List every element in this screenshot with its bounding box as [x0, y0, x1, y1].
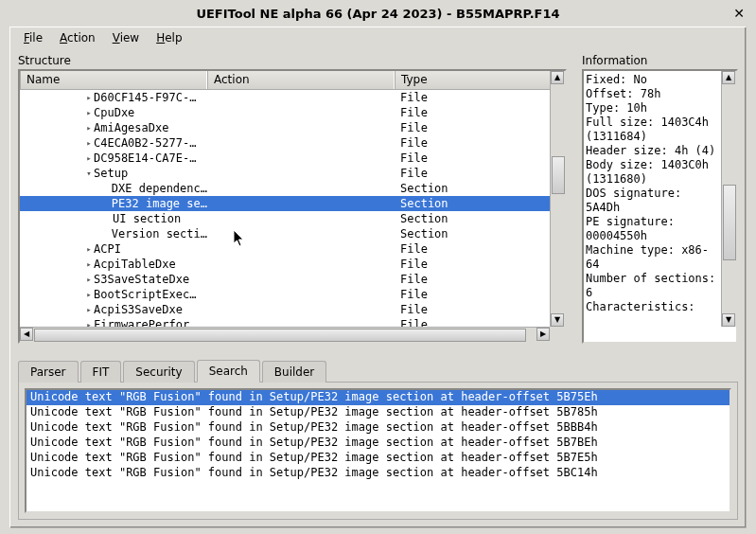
- structure-frame: Name Action Type ▸D60CF145-F97C-…File▸Cp…: [18, 69, 567, 344]
- tree-item-type: Section: [395, 197, 550, 210]
- tree-item-name: DXE dependenc…: [112, 182, 207, 195]
- tree-item-name: DC958E14-CA7E-…: [94, 151, 196, 165]
- tree-item-name: UI section: [113, 212, 181, 225]
- tree-item-type: Section: [395, 182, 550, 195]
- structure-hscroll[interactable]: ◀ ▶: [20, 327, 550, 342]
- tree-item-type: File: [395, 258, 550, 271]
- col-type[interactable]: Type: [395, 71, 565, 89]
- scroll-up-icon[interactable]: ▲: [722, 71, 735, 84]
- window-title: UEFITool NE alpha 66 (Apr 24 2023) - B55…: [196, 7, 559, 21]
- chevron-right-icon[interactable]: ▸: [84, 320, 94, 327]
- tree-row[interactable]: ▸DC958E14-CA7E-…File: [20, 151, 550, 166]
- chevron-right-icon[interactable]: ▸: [84, 123, 94, 133]
- chevron-right-icon[interactable]: ▸: [84, 290, 94, 299]
- menu-view[interactable]: View: [105, 29, 147, 46]
- menu-help[interactable]: Help: [149, 29, 189, 46]
- structure-label: Structure: [18, 54, 567, 69]
- result-row[interactable]: Unicode text "RGB Fusion" found in Setup…: [26, 405, 730, 420]
- tree-item-name: Version secti…: [112, 227, 207, 240]
- tree-item-name: Setup: [94, 167, 128, 180]
- close-button[interactable]: ✕: [730, 4, 748, 23]
- scroll-thumb[interactable]: [34, 329, 526, 342]
- tree-row[interactable]: ▸CpuDxeFile: [20, 105, 550, 120]
- tree-row[interactable]: ▸D60CF145-F97C-…File: [20, 90, 550, 105]
- tree-row[interactable]: ▸AmiAgesaDxeFile: [20, 120, 550, 135]
- tree-row[interactable]: Version secti…Section: [20, 226, 550, 241]
- tree-row[interactable]: ▸AcpiTableDxeFile: [20, 257, 550, 272]
- tab-fit[interactable]: FIT: [80, 361, 122, 383]
- info-label: Information: [582, 54, 738, 69]
- result-row[interactable]: Unicode text "RGB Fusion" found in Setup…: [26, 466, 730, 481]
- tab-search[interactable]: Search: [197, 360, 260, 383]
- tree-row[interactable]: ▾SetupFile: [20, 166, 550, 181]
- result-row[interactable]: Unicode text "RGB Fusion" found in Setup…: [26, 390, 730, 405]
- tree-item-name: AmiAgesaDxe: [94, 121, 168, 134]
- info-panel: Information Fixed: No Offset: 78h Type: …: [582, 54, 738, 347]
- tree-item-name: C4ECA0B2-5277-…: [94, 136, 196, 150]
- tree-row[interactable]: PE32 image se…Section: [20, 196, 550, 211]
- content-area: Structure Name Action Type ▸D60CF145-F97…: [18, 54, 738, 520]
- tree-item-type: File: [395, 303, 550, 316]
- result-row[interactable]: Unicode text "RGB Fusion" found in Setup…: [26, 451, 730, 466]
- chevron-right-icon[interactable]: ▸: [84, 305, 94, 314]
- scroll-thumb[interactable]: [552, 156, 565, 194]
- tree-item-type: Section: [395, 212, 550, 225]
- tree-item-name: PE32 image se…: [112, 197, 207, 210]
- col-action[interactable]: Action: [207, 71, 395, 89]
- scroll-down-icon[interactable]: ▼: [551, 313, 564, 327]
- chevron-right-icon[interactable]: ▸: [84, 108, 94, 117]
- tree-body[interactable]: ▸D60CF145-F97C-…File▸CpuDxeFile▸AmiAgesa…: [20, 90, 550, 327]
- tree-item-type: File: [395, 167, 550, 180]
- menubar: File Action View Help: [10, 27, 746, 48]
- chevron-right-icon[interactable]: ▸: [84, 275, 94, 284]
- tree-item-type: File: [395, 318, 550, 327]
- chevron-right-icon[interactable]: ▸: [84, 93, 94, 102]
- bottom-panel: ParserFITSecuritySearchBuilder Unicode t…: [18, 357, 738, 520]
- search-results[interactable]: Unicode text "RGB Fusion" found in Setup…: [25, 388, 731, 513]
- tree-row[interactable]: ▸ACPIFile: [20, 241, 550, 257]
- scroll-up-icon[interactable]: ▲: [551, 71, 564, 84]
- tree-row[interactable]: ▸S3SaveStateDxeFile: [20, 272, 550, 287]
- scroll-left-icon[interactable]: ◀: [20, 328, 33, 341]
- tree-item-name: D60CF145-F97C-…: [94, 91, 196, 104]
- col-name[interactable]: Name: [20, 71, 207, 89]
- tree-row[interactable]: ▸C4ECA0B2-5277-…File: [20, 135, 550, 151]
- structure-vscroll[interactable]: ▲ ▼: [550, 71, 565, 327]
- tree-row[interactable]: UI sectionSection: [20, 211, 550, 226]
- menu-file[interactable]: File: [16, 29, 50, 46]
- tree-item-type: File: [395, 151, 550, 165]
- scroll-right-icon[interactable]: ▶: [536, 328, 550, 341]
- chevron-right-icon[interactable]: ▸: [84, 153, 94, 163]
- tree-row[interactable]: ▸FirmwarePerfor…File: [20, 317, 550, 327]
- structure-panel: Structure Name Action Type ▸D60CF145-F97…: [18, 54, 567, 347]
- tab-security[interactable]: Security: [123, 361, 194, 383]
- scroll-thumb[interactable]: [723, 185, 736, 260]
- tree-item-name: FirmwarePerfor…: [94, 318, 196, 327]
- tree-item-type: File: [395, 121, 550, 134]
- info-body[interactable]: Fixed: No Offset: 78h Type: 10h Full siz…: [586, 73, 721, 340]
- tree-item-type: File: [395, 136, 550, 150]
- tab-builder[interactable]: Builder: [262, 361, 326, 383]
- info-vscroll[interactable]: ▲ ▼: [721, 71, 736, 327]
- result-row[interactable]: Unicode text "RGB Fusion" found in Setup…: [26, 436, 730, 451]
- tree-item-type: File: [395, 288, 550, 301]
- chevron-right-icon[interactable]: ▸: [84, 244, 94, 254]
- tree-item-type: File: [395, 106, 550, 119]
- tree-item-name: S3SaveStateDxe: [94, 273, 189, 286]
- chevron-right-icon[interactable]: ▸: [84, 138, 94, 148]
- tab-parser[interactable]: Parser: [18, 361, 79, 383]
- tree-row[interactable]: ▸BootScriptExec…File: [20, 287, 550, 302]
- tree-item-type: Section: [395, 227, 550, 240]
- tab-content: Unicode text "RGB Fusion" found in Setup…: [18, 382, 738, 520]
- menu-action[interactable]: Action: [52, 29, 103, 46]
- result-row[interactable]: Unicode text "RGB Fusion" found in Setup…: [26, 420, 730, 436]
- titlebar: UEFITool NE alpha 66 (Apr 24 2023) - B55…: [0, 0, 756, 27]
- chevron-right-icon[interactable]: ▸: [84, 259, 94, 269]
- chevron-down-icon[interactable]: ▾: [84, 169, 94, 178]
- tree-header: Name Action Type: [20, 71, 565, 90]
- tree-item-type: File: [395, 273, 550, 286]
- tree-row[interactable]: ▸AcpiS3SaveDxeFile: [20, 302, 550, 317]
- scroll-down-icon[interactable]: ▼: [722, 313, 735, 327]
- tree-item-name: ACPI: [94, 242, 121, 256]
- tree-row[interactable]: DXE dependenc…Section: [20, 181, 550, 196]
